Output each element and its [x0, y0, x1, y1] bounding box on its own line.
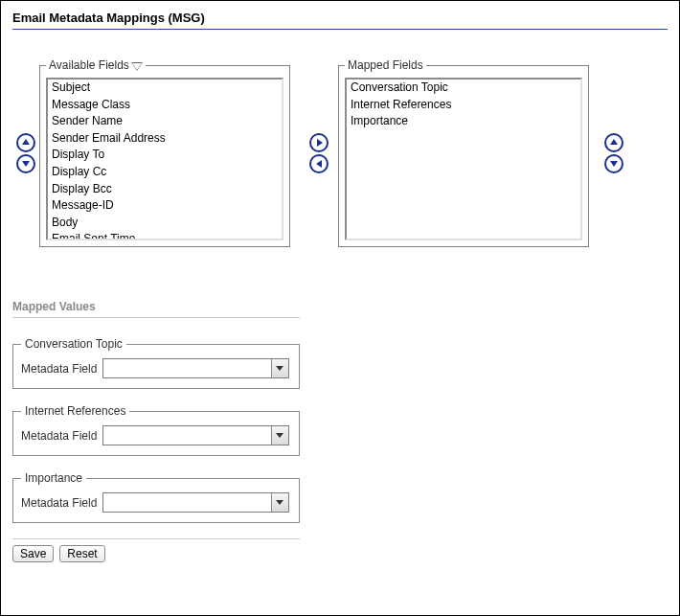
- available-fields-fieldset: Available Fields SubjectMessage ClassSen…: [39, 58, 290, 247]
- available-move-up-button[interactable]: [16, 133, 35, 152]
- chevron-down-icon: [276, 500, 283, 505]
- reset-button[interactable]: Reset: [59, 545, 104, 562]
- move-right-button[interactable]: [309, 133, 329, 152]
- list-item[interactable]: Sender Name: [48, 113, 282, 130]
- list-item[interactable]: Internet References: [347, 97, 580, 114]
- mapped-move-down-button[interactable]: [604, 154, 623, 173]
- save-button[interactable]: Save: [12, 545, 54, 562]
- list-item[interactable]: Message-ID: [48, 197, 282, 215]
- arrow-right-icon: [317, 139, 323, 147]
- chevron-down-icon: [276, 433, 283, 438]
- arrow-left-icon: [316, 160, 322, 168]
- transfer-arrows: [290, 133, 338, 173]
- list-item[interactable]: Subject: [48, 80, 282, 97]
- list-item[interactable]: Email Sent Time: [48, 231, 282, 240]
- mapped-values-groups: Conversation TopicMetadata FieldInternet…: [12, 337, 668, 523]
- list-item[interactable]: Message Class: [48, 97, 282, 114]
- metadata-field-label: Metadata Field: [21, 429, 97, 443]
- mapped-value-legend: Internet References: [21, 404, 129, 418]
- page-title: Email Metadata Mappings (MSG): [12, 11, 668, 30]
- button-row: Save Reset: [12, 545, 668, 562]
- list-item[interactable]: Body: [48, 215, 282, 232]
- move-left-button[interactable]: [309, 154, 329, 173]
- metadata-field-label: Metadata Field: [21, 362, 97, 376]
- available-fields-toggle-icon[interactable]: [131, 62, 143, 71]
- available-reorder-arrows: [12, 133, 39, 173]
- metadata-field-label: Metadata Field: [21, 496, 97, 510]
- mapped-move-up-button[interactable]: [604, 133, 623, 152]
- field-lists-row: Available Fields SubjectMessage ClassSen…: [12, 58, 668, 247]
- metadata-field-select[interactable]: [102, 492, 289, 513]
- available-fields-legend: Available Fields: [49, 58, 129, 72]
- mapped-fields-listbox[interactable]: Conversation TopicInternet ReferencesImp…: [345, 78, 582, 240]
- list-item[interactable]: Importance: [347, 113, 580, 130]
- mapped-fields-legend: Mapped Fields: [345, 58, 426, 72]
- metadata-field-select[interactable]: [102, 358, 289, 378]
- list-item[interactable]: Display Cc: [48, 164, 282, 181]
- mapped-value-legend: Conversation Topic: [21, 337, 126, 351]
- available-move-down-button[interactable]: [16, 154, 35, 173]
- list-item[interactable]: Sender Email Address: [48, 130, 282, 148]
- chevron-down-icon: [276, 366, 283, 371]
- list-item[interactable]: Conversation Topic: [347, 80, 580, 97]
- mapped-values-heading: Mapped Values: [12, 300, 300, 318]
- mapped-fields-fieldset: Mapped Fields Conversation TopicInternet…: [338, 58, 589, 247]
- list-item[interactable]: Display To: [48, 147, 282, 164]
- list-item[interactable]: Display Bcc: [48, 181, 282, 198]
- mapped-value-fieldset: ImportanceMetadata Field: [12, 471, 300, 523]
- divider: [12, 538, 300, 539]
- mapped-value-fieldset: Internet ReferencesMetadata Field: [12, 404, 300, 456]
- mapped-value-legend: Importance: [21, 471, 86, 485]
- arrow-up-icon: [610, 139, 618, 145]
- metadata-field-select[interactable]: [102, 425, 289, 445]
- arrow-down-icon: [610, 161, 618, 167]
- arrow-up-icon: [22, 139, 30, 145]
- arrow-down-icon: [22, 161, 30, 167]
- mapped-reorder-arrows: [589, 133, 627, 173]
- available-fields-listbox[interactable]: SubjectMessage ClassSender NameSender Em…: [46, 78, 283, 240]
- mapped-value-fieldset: Conversation TopicMetadata Field: [12, 337, 300, 389]
